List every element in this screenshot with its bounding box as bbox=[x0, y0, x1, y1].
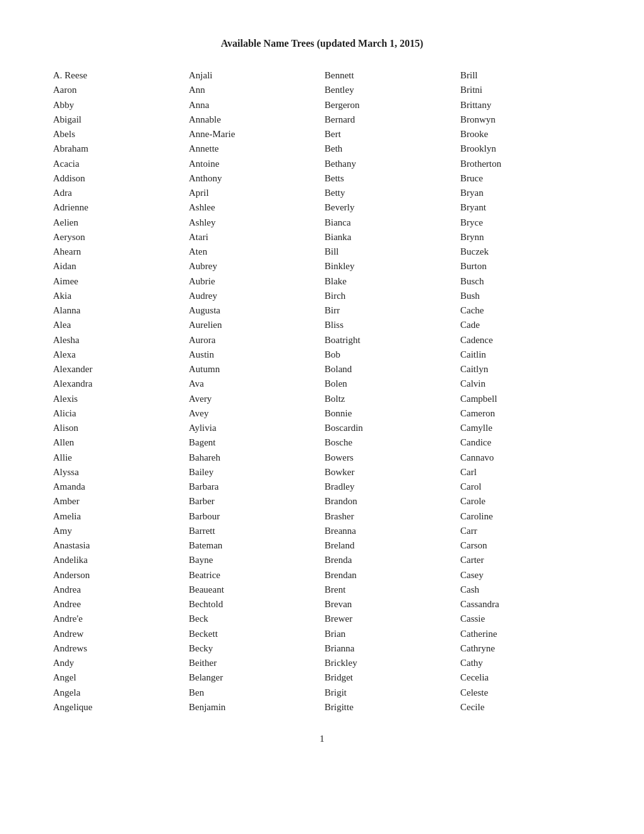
list-item: Camylle bbox=[458, 421, 593, 435]
list-item: Bergeron bbox=[322, 98, 458, 112]
list-item: Amber bbox=[51, 494, 186, 509]
list-item: Anthony bbox=[186, 171, 322, 186]
list-item: Brittany bbox=[458, 98, 593, 112]
list-item: Atari bbox=[186, 230, 322, 245]
list-item: Andy bbox=[51, 656, 186, 670]
list-item: Abraham bbox=[51, 142, 186, 156]
list-item: Casey bbox=[458, 568, 593, 583]
list-item: Boltz bbox=[322, 392, 458, 406]
list-item: Catherine bbox=[458, 627, 593, 641]
list-item: Cassie bbox=[458, 612, 593, 626]
list-item: Aubrey bbox=[186, 259, 322, 274]
list-item: Breanna bbox=[322, 524, 458, 538]
list-item: Brotherton bbox=[458, 157, 593, 171]
list-item: Alyssa bbox=[51, 465, 186, 480]
list-item: Barber bbox=[186, 494, 322, 509]
list-item: Allie bbox=[51, 450, 186, 465]
list-item: Bonnie bbox=[322, 406, 458, 421]
list-item: Angelique bbox=[51, 700, 186, 715]
list-item: Brynn bbox=[458, 230, 593, 245]
list-item: Becky bbox=[186, 641, 322, 656]
list-item: Andre'e bbox=[51, 612, 186, 626]
list-item: Bryce bbox=[458, 215, 593, 230]
list-item: Angel bbox=[51, 670, 186, 685]
list-item: Birch bbox=[322, 289, 458, 303]
list-item: Boatright bbox=[322, 333, 458, 348]
list-item: Busch bbox=[458, 274, 593, 289]
list-item: Calvin bbox=[458, 377, 593, 391]
list-item: Aaron bbox=[51, 83, 186, 97]
list-item: Bert bbox=[322, 127, 458, 142]
list-item: Amy bbox=[51, 524, 186, 538]
list-item: Brianna bbox=[322, 641, 458, 656]
list-item: Barrett bbox=[186, 524, 322, 538]
list-item: Brenda bbox=[322, 553, 458, 567]
list-item: Cameron bbox=[458, 406, 593, 421]
list-item: Celeste bbox=[458, 686, 593, 700]
list-item: Andrews bbox=[51, 641, 186, 656]
list-item: Aurora bbox=[186, 333, 322, 348]
list-item: Audrey bbox=[186, 289, 322, 303]
list-item: Betty bbox=[322, 186, 458, 200]
list-item: Bosche bbox=[322, 435, 458, 450]
list-item: Campbell bbox=[458, 392, 593, 406]
list-item: Beverly bbox=[322, 200, 458, 215]
list-item: Avey bbox=[186, 406, 322, 421]
list-item: A. Reese bbox=[51, 68, 186, 83]
list-item: Aylivia bbox=[186, 421, 322, 435]
list-item: Betts bbox=[322, 171, 458, 186]
list-item: Anne-Marie bbox=[186, 127, 322, 142]
list-item: Brevan bbox=[322, 597, 458, 612]
list-item: Andelika bbox=[51, 553, 186, 567]
list-item: Caroline bbox=[458, 509, 593, 524]
list-item: Bowker bbox=[322, 465, 458, 480]
list-item: Bronwyn bbox=[458, 112, 593, 127]
list-item: Ben bbox=[186, 686, 322, 700]
list-item: Anna bbox=[186, 98, 322, 112]
list-item: Carr bbox=[458, 524, 593, 538]
list-item: Autumn bbox=[186, 362, 322, 377]
list-item: Alesha bbox=[51, 333, 186, 348]
list-item: Candice bbox=[458, 435, 593, 450]
list-item: Carl bbox=[458, 465, 593, 480]
list-item: Bahareh bbox=[186, 450, 322, 465]
list-item: Cadence bbox=[458, 333, 593, 348]
list-item: Cathryne bbox=[458, 641, 593, 656]
list-item: Bailey bbox=[186, 465, 322, 480]
list-item: Brickley bbox=[322, 656, 458, 670]
list-item: Abels bbox=[51, 127, 186, 142]
list-item: Birr bbox=[322, 303, 458, 318]
list-item: Anderson bbox=[51, 568, 186, 583]
list-item: Avery bbox=[186, 392, 322, 406]
list-item: Annette bbox=[186, 142, 322, 156]
list-item: Breland bbox=[322, 538, 458, 553]
list-item: Beither bbox=[186, 656, 322, 670]
list-item: Bagent bbox=[186, 435, 322, 450]
list-item: Cecile bbox=[458, 700, 593, 715]
list-item: Buczek bbox=[458, 245, 593, 259]
list-item: Adra bbox=[51, 186, 186, 200]
list-item: Cannavo bbox=[458, 450, 593, 465]
list-item: Carol bbox=[458, 480, 593, 494]
list-item: Ashley bbox=[186, 215, 322, 230]
list-item: Bryan bbox=[458, 186, 593, 200]
list-item: Bliss bbox=[322, 318, 458, 332]
list-item: Andrew bbox=[51, 627, 186, 641]
list-item: Alexis bbox=[51, 392, 186, 406]
list-item: Ashlee bbox=[186, 200, 322, 215]
list-item: Brian bbox=[322, 627, 458, 641]
list-item: Blake bbox=[322, 274, 458, 289]
list-item: Alea bbox=[51, 318, 186, 332]
list-item: Aubrie bbox=[186, 274, 322, 289]
list-item: Austin bbox=[186, 348, 322, 362]
list-item: Cache bbox=[458, 303, 593, 318]
list-item: Alicia bbox=[51, 406, 186, 421]
list-item: Anastasia bbox=[51, 538, 186, 553]
list-item: Cathy bbox=[458, 656, 593, 670]
list-item: Bolen bbox=[322, 377, 458, 391]
list-item: Alison bbox=[51, 421, 186, 435]
list-item: Brasher bbox=[322, 509, 458, 524]
list-item: Bateman bbox=[186, 538, 322, 553]
list-item: Ava bbox=[186, 377, 322, 391]
list-item: Belanger bbox=[186, 670, 322, 685]
